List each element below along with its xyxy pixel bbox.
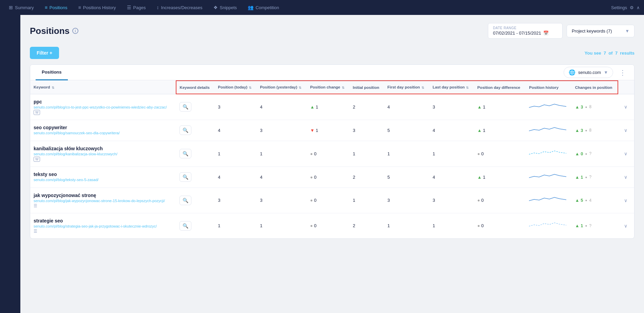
- keyword-details-button[interactable]: 🔍: [179, 102, 191, 112]
- arrow-up-icon: ▲: [477, 175, 482, 180]
- domain-selector[interactable]: 🌐 senuto.com ▼: [564, 67, 613, 78]
- page-title: Positions i: [30, 26, 78, 36]
- keyword-url[interactable]: senuto.com/pl/blog/kanibalizacja-slow-kl…: [34, 152, 173, 156]
- nav-item-competition[interactable]: 👥 Competition: [243, 2, 284, 13]
- keyword-url[interactable]: senuto.com/pl/blog/co-to-jest-ppc-wszyst…: [34, 105, 173, 109]
- keyword-details-button[interactable]: 🔍: [179, 196, 191, 205]
- competition-icon: 👥: [248, 5, 253, 10]
- nav-item-positions[interactable]: ≡ Positions: [40, 2, 72, 13]
- page-title-text: Positions: [30, 26, 70, 36]
- domain-chevron-icon: ▼: [604, 70, 608, 75]
- th-position-today: Position (today) ⇅: [214, 81, 257, 94]
- pos-day-diff-value: 0: [481, 223, 484, 228]
- expand-button[interactable]: ∨: [621, 173, 630, 181]
- changes-cell: ▲ 0 ● ?: [575, 151, 614, 156]
- keyword-details-cell: 🔍: [176, 213, 215, 238]
- pos-day-diff-value: 0: [481, 198, 484, 203]
- expand-cell: ∨: [618, 94, 634, 120]
- keyword-details-button[interactable]: 🔍: [179, 172, 191, 182]
- expand-button[interactable]: ∨: [621, 222, 630, 230]
- expand-button[interactable]: ∨: [621, 196, 630, 204]
- changes-dot: ●: [585, 175, 587, 179]
- arrow-up-icon: ▲: [477, 104, 482, 110]
- position-change-value: 0: [314, 198, 316, 203]
- position-yesterday-cell: 1: [257, 213, 307, 238]
- changes-cell: ▲ 5 ● 4: [575, 198, 614, 203]
- nav-item-summary[interactable]: ⊞ Summary: [4, 2, 39, 13]
- info-icon[interactable]: i: [72, 28, 78, 34]
- nav-item-pages[interactable]: ☰ Pages: [122, 2, 151, 13]
- th-keyword: Keyword ⇅: [30, 81, 176, 94]
- initial-position-cell: 3: [349, 120, 384, 141]
- nav-item-snippets[interactable]: ❖ Snippets: [209, 2, 242, 13]
- keyword-details-button[interactable]: 🔍: [179, 149, 191, 158]
- keyword-url[interactable]: senuto.com/pl/blog/teksty-seo-5-zasad/: [34, 178, 173, 182]
- badge-w: W: [34, 110, 40, 115]
- more-options-button[interactable]: ⋮: [617, 67, 629, 78]
- th-changes-in-position-label: Changes in position: [575, 85, 612, 90]
- sort-icon-position-change[interactable]: ⇅: [342, 86, 344, 90]
- keyword-cell: jak wypozycjonować stronę senuto.com/pl/…: [30, 188, 176, 213]
- keyword-badges: ☰: [34, 229, 173, 234]
- position-day-difference-cell: ▲ 1: [474, 120, 526, 141]
- sort-icon-position-yesterday[interactable]: ⇅: [299, 86, 301, 90]
- last-day-position-cell: 1: [429, 213, 474, 238]
- expand-cell: ∨: [618, 141, 634, 167]
- th-position-history-label: Position history: [529, 85, 558, 90]
- settings-label[interactable]: Settings: [611, 5, 627, 10]
- sparkline-chart: [529, 101, 566, 112]
- keyword-details-button[interactable]: 🔍: [179, 221, 191, 231]
- sort-icon-keyword[interactable]: ⇅: [52, 86, 54, 90]
- top-nav: ⊞ Summary ≡ Positions ≡ Positions Histor…: [0, 0, 644, 15]
- position-change-value: 0: [314, 175, 316, 180]
- nav-item-increases-decreases[interactable]: ↕ Increases/Decreases: [152, 2, 207, 13]
- changes-up-value: ▲ 0: [575, 151, 583, 156]
- nav-item-positions-history[interactable]: ≡ Positions History: [74, 2, 121, 13]
- changes-cell: ▲ 1 ● ?: [575, 223, 614, 228]
- expand-button[interactable]: ∨: [621, 150, 630, 158]
- table-row: jak wypozycjonować stronę senuto.com/pl/…: [30, 188, 634, 213]
- position-change-cell: ▲ 1: [307, 94, 349, 120]
- expand-button[interactable]: ∨: [621, 103, 630, 111]
- th-initial-position: Initial position: [349, 81, 384, 94]
- position-change-value: 0: [314, 223, 316, 228]
- first-day-position-cell: 1: [384, 213, 429, 238]
- table-card: Positions 🌐 senuto.com ▼ ⋮: [30, 64, 634, 239]
- sort-icon-first-day[interactable]: ⇅: [421, 86, 424, 90]
- position-history-cell: [526, 188, 571, 213]
- positions-table: Keyword ⇅ Keyword details: [30, 80, 634, 238]
- sort-icon-last-day[interactable]: ⇅: [466, 86, 469, 90]
- changes-up-value: ▲ 1: [575, 223, 583, 228]
- keyword-details-button[interactable]: 🔍: [179, 125, 191, 135]
- filter-button[interactable]: Filter +: [30, 47, 59, 59]
- history-icon: ≡: [78, 5, 81, 10]
- settings-gear-icon[interactable]: ⚙: [630, 5, 634, 10]
- arrow-up-icon: ▲: [477, 128, 482, 133]
- globe-icon: 🌐: [569, 69, 575, 76]
- date-range-picker[interactable]: Date range 07/02/2021 - 07/15/2021 📅: [488, 23, 563, 39]
- table-header-row: Keyword ⇅ Keyword details: [30, 81, 634, 94]
- position-day-difference-cell: ▲ 1: [474, 94, 526, 120]
- keyword-url[interactable]: senuto.com/pl/blog/jak-wypozycjonowac-st…: [34, 199, 173, 203]
- position-history-cell: [526, 120, 571, 141]
- last-day-position-cell: 3: [429, 94, 474, 120]
- tab-positions[interactable]: Positions: [36, 65, 68, 80]
- keyword-url[interactable]: senuto.com/pl/blog/samouczek-seo-dla-cop…: [34, 131, 173, 135]
- collapse-icon[interactable]: ∧: [637, 5, 640, 10]
- changes-up-value: ▲ 3: [575, 104, 583, 110]
- position-history-cell: [526, 94, 571, 120]
- keyword-url[interactable]: senuto.com/pl/blog/strategia-seo-jak-ja-…: [34, 224, 173, 228]
- keyword-cell: ppc senuto.com/pl/blog/co-to-jest-ppc-ws…: [30, 94, 176, 120]
- position-day-difference-cell: ● 0: [474, 213, 526, 238]
- date-range-label: Date range: [493, 26, 557, 30]
- initial-position-cell: 2: [349, 94, 384, 120]
- keywords-dropdown[interactable]: Project keywords (7) ▼: [567, 25, 634, 37]
- expand-button[interactable]: ∨: [621, 126, 630, 134]
- initial-position-cell: 2: [349, 213, 384, 238]
- th-changes-in-position: Changes in position: [572, 81, 618, 94]
- sort-icon-position-today[interactable]: ⇅: [249, 86, 251, 90]
- changes-cell: ▲ 3 ● 8: [575, 104, 614, 110]
- position-today-cell: 1: [214, 213, 257, 238]
- sparkline-chart: [529, 220, 566, 230]
- th-last-day-position: Last day position ⇅: [429, 81, 474, 94]
